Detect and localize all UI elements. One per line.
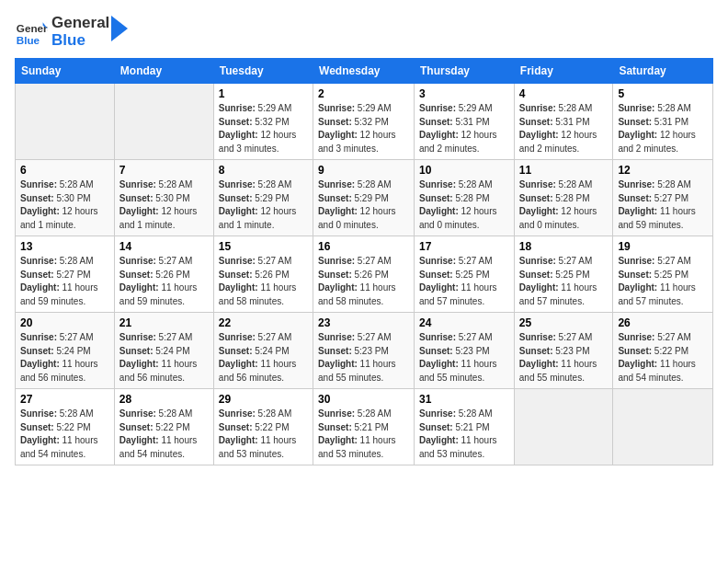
day-number: 18 [519,240,609,253]
day-number: 19 [618,240,708,253]
day-content: Sunrise: 5:28 AMSunset: 5:31 PMDaylight:… [519,102,609,155]
day-cell: 19Sunrise: 5:27 AMSunset: 5:25 PMDayligh… [613,236,713,313]
day-cell [114,84,213,160]
day-content: Sunrise: 5:28 AMSunset: 5:28 PMDaylight:… [419,178,509,232]
day-number: 5 [618,87,708,100]
logo: General Blue General Blue [15,15,128,49]
day-cell: 30Sunrise: 5:28 AMSunset: 5:21 PMDayligh… [313,389,415,465]
day-cell: 23Sunrise: 5:27 AMSunset: 5:23 PMDayligh… [313,313,415,389]
day-content: Sunrise: 5:27 AMSunset: 5:24 PMDaylight:… [219,331,308,385]
day-cell: 22Sunrise: 5:27 AMSunset: 5:24 PMDayligh… [213,313,313,389]
day-cell: 17Sunrise: 5:27 AMSunset: 5:25 PMDayligh… [415,236,515,313]
day-cell: 18Sunrise: 5:27 AMSunset: 5:25 PMDayligh… [514,236,613,313]
svg-text:Blue: Blue [17,33,40,45]
header-cell-saturday: Saturday [613,59,713,84]
day-number: 13 [20,240,109,253]
header-cell-wednesday: Wednesday [313,59,415,84]
day-content: Sunrise: 5:27 AMSunset: 5:24 PMDaylight:… [119,331,209,385]
day-cell: 3Sunrise: 5:29 AMSunset: 5:31 PMDaylight… [415,84,515,160]
calendar-table: SundayMondayTuesdayWednesdayThursdayFrid… [15,58,713,465]
day-cell: 16Sunrise: 5:27 AMSunset: 5:26 PMDayligh… [313,236,415,313]
day-content: Sunrise: 5:28 AMSunset: 5:27 PMDaylight:… [20,255,109,308]
day-cell: 6Sunrise: 5:28 AMSunset: 5:30 PMDaylight… [16,160,115,236]
day-number: 17 [419,240,509,253]
week-row-3: 13Sunrise: 5:28 AMSunset: 5:27 PMDayligh… [16,236,713,313]
day-content: Sunrise: 5:28 AMSunset: 5:21 PMDaylight:… [318,408,409,461]
day-cell [613,389,713,465]
day-cell: 8Sunrise: 5:28 AMSunset: 5:29 PMDaylight… [213,160,313,236]
day-content: Sunrise: 5:28 AMSunset: 5:29 PMDaylight:… [318,178,409,232]
day-content: Sunrise: 5:28 AMSunset: 5:21 PMDaylight:… [419,408,509,461]
day-content: Sunrise: 5:27 AMSunset: 5:24 PMDaylight:… [20,331,109,385]
day-number: 6 [20,164,109,177]
day-content: Sunrise: 5:27 AMSunset: 5:26 PMDaylight:… [318,255,409,308]
week-row-5: 27Sunrise: 5:28 AMSunset: 5:22 PMDayligh… [16,389,713,465]
logo-icon: General Blue [15,16,48,49]
header-row: SundayMondayTuesdayWednesdayThursdayFrid… [16,59,713,84]
day-number: 27 [20,393,109,406]
day-number: 2 [318,87,409,100]
day-content: Sunrise: 5:28 AMSunset: 5:30 PMDaylight:… [20,178,109,232]
day-number: 8 [219,164,308,177]
day-number: 1 [219,87,308,100]
day-content: Sunrise: 5:27 AMSunset: 5:25 PMDaylight:… [419,255,509,308]
header-cell-friday: Friday [514,59,613,84]
logo-general: General [51,15,109,32]
logo-arrow [111,16,128,41]
day-cell: 25Sunrise: 5:27 AMSunset: 5:23 PMDayligh… [514,313,613,389]
day-content: Sunrise: 5:27 AMSunset: 5:26 PMDaylight:… [219,255,308,308]
day-number: 9 [318,164,409,177]
day-content: Sunrise: 5:27 AMSunset: 5:22 PMDaylight:… [618,331,708,385]
day-number: 11 [519,164,609,177]
day-content: Sunrise: 5:27 AMSunset: 5:23 PMDaylight:… [419,331,509,385]
day-number: 29 [219,393,308,406]
day-content: Sunrise: 5:27 AMSunset: 5:26 PMDaylight:… [119,255,209,308]
logo-blue: Blue [51,32,109,50]
day-number: 14 [119,240,209,253]
day-cell [16,84,115,160]
day-cell: 5Sunrise: 5:28 AMSunset: 5:31 PMDaylight… [613,84,713,160]
day-content: Sunrise: 5:28 AMSunset: 5:29 PMDaylight:… [219,178,308,232]
day-content: Sunrise: 5:28 AMSunset: 5:22 PMDaylight:… [219,408,308,461]
day-number: 21 [119,316,209,329]
day-number: 4 [519,87,609,100]
day-number: 31 [419,393,509,406]
day-cell: 15Sunrise: 5:27 AMSunset: 5:26 PMDayligh… [213,236,313,313]
day-cell: 14Sunrise: 5:27 AMSunset: 5:26 PMDayligh… [114,236,213,313]
day-number: 26 [618,316,708,329]
day-cell: 27Sunrise: 5:28 AMSunset: 5:22 PMDayligh… [16,389,115,465]
day-content: Sunrise: 5:28 AMSunset: 5:30 PMDaylight:… [119,178,209,232]
day-cell: 1Sunrise: 5:29 AMSunset: 5:32 PMDaylight… [213,84,313,160]
day-number: 25 [519,316,609,329]
header-cell-monday: Monday [114,59,213,84]
day-cell: 28Sunrise: 5:28 AMSunset: 5:22 PMDayligh… [114,389,213,465]
header-cell-sunday: Sunday [16,59,115,84]
header-cell-tuesday: Tuesday [213,59,313,84]
day-cell: 12Sunrise: 5:28 AMSunset: 5:27 PMDayligh… [613,160,713,236]
day-number: 10 [419,164,509,177]
day-content: Sunrise: 5:29 AMSunset: 5:32 PMDaylight:… [318,102,409,155]
day-cell: 26Sunrise: 5:27 AMSunset: 5:22 PMDayligh… [613,313,713,389]
day-cell: 21Sunrise: 5:27 AMSunset: 5:24 PMDayligh… [114,313,213,389]
day-cell [514,389,613,465]
day-content: Sunrise: 5:28 AMSunset: 5:28 PMDaylight:… [519,178,609,232]
day-cell: 10Sunrise: 5:28 AMSunset: 5:28 PMDayligh… [415,160,515,236]
day-cell: 13Sunrise: 5:28 AMSunset: 5:27 PMDayligh… [16,236,115,313]
day-number: 7 [119,164,209,177]
day-cell: 24Sunrise: 5:27 AMSunset: 5:23 PMDayligh… [415,313,515,389]
day-cell: 31Sunrise: 5:28 AMSunset: 5:21 PMDayligh… [415,389,515,465]
day-number: 23 [318,316,409,329]
day-number: 22 [219,316,308,329]
week-row-1: 1Sunrise: 5:29 AMSunset: 5:32 PMDaylight… [16,84,713,160]
calendar-header: SundayMondayTuesdayWednesdayThursdayFrid… [16,59,713,84]
svg-marker-4 [111,16,128,41]
day-number: 24 [419,316,509,329]
day-cell: 4Sunrise: 5:28 AMSunset: 5:31 PMDaylight… [514,84,613,160]
day-content: Sunrise: 5:28 AMSunset: 5:22 PMDaylight:… [119,408,209,461]
day-content: Sunrise: 5:27 AMSunset: 5:23 PMDaylight:… [318,331,409,385]
day-content: Sunrise: 5:27 AMSunset: 5:25 PMDaylight:… [519,255,609,308]
day-content: Sunrise: 5:29 AMSunset: 5:32 PMDaylight:… [219,102,308,155]
calendar-body: 1Sunrise: 5:29 AMSunset: 5:32 PMDaylight… [16,84,713,465]
day-cell: 29Sunrise: 5:28 AMSunset: 5:22 PMDayligh… [213,389,313,465]
day-number: 28 [119,393,209,406]
